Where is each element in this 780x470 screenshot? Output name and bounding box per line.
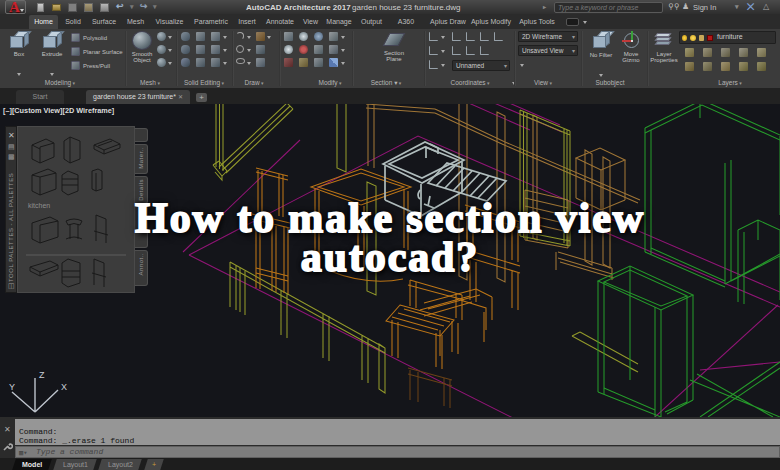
svg-text:Z: Z [39, 370, 45, 380]
svg-text:Y: Y [9, 382, 15, 392]
svg-text:X: X [61, 382, 67, 392]
